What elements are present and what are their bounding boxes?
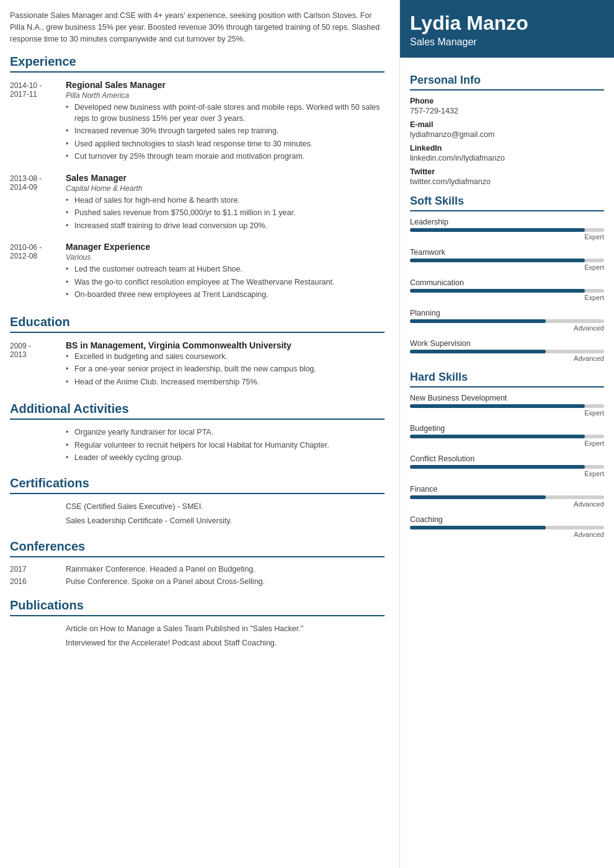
linkedin-label: LinkedIn — [410, 144, 604, 153]
job-date-2: 2013-08 - 2014-09 — [10, 173, 66, 234]
skill-bar-fill — [410, 259, 585, 262]
skill-bar-fill — [410, 435, 585, 438]
education-title: Education — [10, 315, 385, 333]
skill-bar-bg — [410, 228, 604, 232]
bullet: For a one-year senior project in leaders… — [66, 364, 385, 375]
skill-name: Finance — [410, 485, 604, 494]
job-title-1: Regional Sales Manager — [66, 80, 385, 90]
linkedin-value: linkedin.com/in/lydiafmanzo — [410, 154, 604, 162]
job-date-1: 2014-10 - 2017-11 — [10, 80, 66, 164]
bullet: Leader of weekly cycling group. — [66, 453, 385, 464]
skill-name: Budgeting — [410, 424, 604, 433]
job-bullets-2: Head of sales for high-end home & hearth… — [66, 195, 385, 232]
left-column: Passionate Sales Manager and CSE with 4+… — [0, 0, 400, 868]
bullet: Led the customer outreach team at Hubert… — [66, 264, 385, 275]
job-bullets-3: Led the customer outreach team at Hubert… — [66, 264, 385, 301]
skill-level: Advanced — [410, 531, 604, 538]
skill-level: Expert — [410, 233, 604, 241]
skill-bar-fill — [410, 465, 585, 469]
job-entry-3: 2010-06 - 2012-08 Manager Experience Var… — [10, 242, 385, 303]
skill-name: Leadership — [410, 218, 604, 226]
skill-bar-bg — [410, 350, 604, 353]
skill-bar-bg — [410, 435, 604, 438]
additional-content: Organize yearly fundraiser for local PTA… — [10, 427, 385, 464]
edu-entry-1: 2009 - 2013 BS in Management, Virginia C… — [10, 340, 385, 390]
hard-skill-block: Budgeting Expert — [410, 424, 604, 447]
bullet: Was the go-to conflict resolution employ… — [66, 277, 385, 288]
edu-degree-1: BS in Management, Virginia Commonwealth … — [66, 340, 385, 350]
job-title-3: Manager Experience — [66, 242, 385, 252]
skill-bar-fill — [410, 350, 546, 353]
skill-bar-bg — [410, 465, 604, 469]
soft-skill-block: Teamwork Expert — [410, 248, 604, 271]
summary-text: Passionate Sales Manager and CSE with 4+… — [10, 10, 385, 45]
bullet: Increased staff training to drive lead c… — [66, 221, 385, 232]
conf-year-2: 2016 — [10, 577, 66, 586]
right-column: Lydia Manzo Sales Manager Personal Info … — [400, 0, 614, 868]
skill-name: Communication — [410, 278, 604, 287]
conf-row-2: 2016 Pulse Conference. Spoke on a Panel … — [10, 577, 385, 586]
skill-level: Expert — [410, 409, 604, 417]
education-section: Education 2009 - 2013 BS in Management, … — [10, 315, 385, 390]
job-company-2: Capital Home & Hearth — [66, 184, 385, 193]
job-entry-2: 2013-08 - 2014-09 Sales Manager Capital … — [10, 173, 385, 234]
conferences-title: Conferences — [10, 539, 385, 557]
certifications-title: Certifications — [10, 476, 385, 494]
bullet: Head of the Anime Club. Increased member… — [66, 377, 385, 388]
soft-skill-block: Planning Advanced — [410, 309, 604, 332]
skill-bar-bg — [410, 319, 604, 323]
soft-skill-block: Communication Expert — [410, 278, 604, 301]
edu-bullets-1: Excelled in budgeting and sales coursewo… — [66, 352, 385, 388]
twitter-value: twitter.com/lydiafmanzo — [410, 177, 604, 186]
skill-name: Teamwork — [410, 248, 604, 257]
bullet: Increased revenue 30% through targeted s… — [66, 126, 385, 137]
resume-container: Passionate Sales Manager and CSE with 4+… — [0, 0, 614, 868]
skill-level: Expert — [410, 264, 604, 271]
candidate-title: Sales Manager — [410, 37, 604, 48]
skill-level: Advanced — [410, 324, 604, 332]
conferences-section: Conferences 2017 Rainmaker Conference. H… — [10, 539, 385, 586]
job-content-3: Manager Experience Various Led the custo… — [66, 242, 385, 303]
edu-content-1: BS in Management, Virginia Commonwealth … — [66, 340, 385, 390]
skill-bar-fill — [410, 495, 546, 499]
job-title-2: Sales Manager — [66, 173, 385, 183]
hard-skill-block: Conflict Resolution Expert — [410, 454, 604, 477]
email-value: lydiafmanzo@gmail.com — [410, 130, 604, 139]
hard-skill-block: Coaching Advanced — [410, 515, 604, 538]
job-content-1: Regional Sales Manager Pilla North Ameri… — [66, 80, 385, 164]
twitter-label: Twitter — [410, 167, 604, 176]
skill-name: Work Supervision — [410, 339, 604, 348]
cert-2: Sales Leadership Certificate - Cornell U… — [10, 516, 385, 527]
skill-level: Advanced — [410, 355, 604, 362]
soft-skill-block: Work Supervision Advanced — [410, 339, 604, 362]
publications-section: Publications Article on How to Manage a … — [10, 598, 385, 649]
edu-date-1: 2009 - 2013 — [10, 340, 66, 390]
right-body: Personal Info Phone 757-729-1432 E-mail … — [400, 58, 614, 553]
skill-bar-bg — [410, 259, 604, 262]
bullet: Excelled in budgeting and sales coursewo… — [66, 352, 385, 363]
skill-bar-bg — [410, 526, 604, 529]
soft-skill-block: Leadership Expert — [410, 218, 604, 241]
job-content-2: Sales Manager Capital Home & Hearth Head… — [66, 173, 385, 234]
job-date-3: 2010-06 - 2012-08 — [10, 242, 66, 303]
skill-bar-bg — [410, 404, 604, 408]
skill-level: Expert — [410, 470, 604, 477]
soft-skills-title: Soft Skills — [410, 195, 604, 211]
additional-section: Additional Activities Organize yearly fu… — [10, 402, 385, 464]
cert-1: CSE (Certified Sales Executive) - SMEI. — [10, 502, 385, 513]
skill-bar-bg — [410, 289, 604, 293]
skill-level: Advanced — [410, 500, 604, 508]
bullet: On-boarded three new employees at Trent … — [66, 290, 385, 301]
bullet: Developed new business with point-of-sal… — [66, 102, 385, 124]
skill-bar-fill — [410, 319, 546, 323]
hard-skill-block: New Business Development Expert — [410, 394, 604, 417]
conf-text-2: Pulse Conference. Spoke on a Panel about… — [66, 577, 385, 586]
phone-value: 757-729-1432 — [410, 107, 604, 115]
right-header: Lydia Manzo Sales Manager — [400, 0, 614, 58]
certifications-section: Certifications CSE (Certified Sales Exec… — [10, 476, 385, 527]
hard-skill-block: Finance Advanced — [410, 485, 604, 508]
bullet: Head of sales for high-end home & hearth… — [66, 195, 385, 206]
additional-title: Additional Activities — [10, 402, 385, 420]
candidate-name: Lydia Manzo — [410, 12, 604, 34]
job-entry-1: 2014-10 - 2017-11 Regional Sales Manager… — [10, 80, 385, 164]
